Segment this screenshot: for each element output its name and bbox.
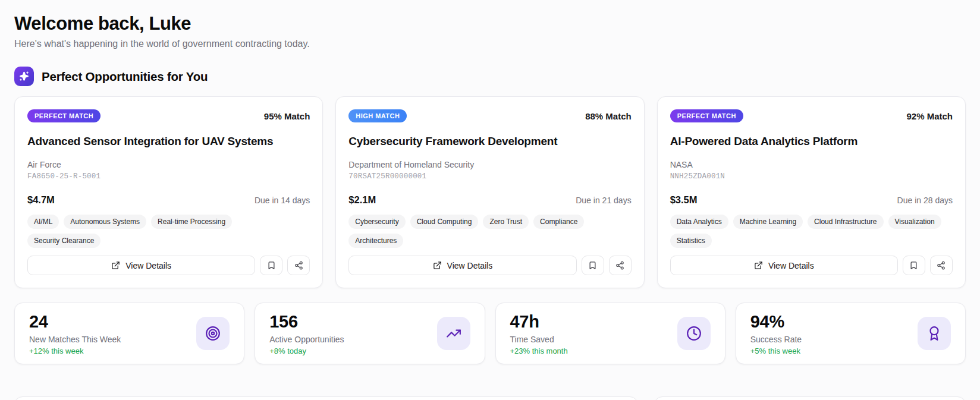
tag: Autonomous Systems: [64, 215, 146, 229]
stat-label: New Matches This Week: [29, 335, 121, 344]
stat-card-active-opportunities: 156 Active Opportunities +8% today: [255, 303, 485, 364]
award-icon: [918, 317, 951, 350]
tag: Security Clearance: [27, 234, 100, 248]
share-button[interactable]: [609, 256, 632, 275]
opportunity-card: PERFECT MATCH 92% Match AI-Powered Data …: [657, 96, 966, 288]
clock-icon: [677, 317, 711, 350]
match-percent: 88% Match: [585, 111, 632, 121]
sparkles-icon: [14, 67, 34, 86]
solicitation-number: 70RSAT25R00000001: [348, 172, 631, 181]
due-date: Due in 14 days: [255, 196, 310, 205]
stat-value: 156: [269, 312, 344, 332]
stat-label: Time Saved: [510, 335, 568, 344]
page-subtitle: Here's what's happening in the world of …: [14, 39, 966, 49]
share-button[interactable]: [930, 256, 953, 275]
bottom-section: Recommended for You: [14, 396, 966, 400]
share-icon: [294, 261, 303, 270]
contract-value: $4.7M: [27, 194, 55, 206]
tag: Compliance: [533, 215, 584, 229]
page-title: Welcome back, Luke: [14, 13, 966, 34]
match-percent: 95% Match: [264, 111, 310, 121]
bookmark-icon: [588, 261, 597, 270]
stat-value: 94%: [750, 312, 802, 332]
tag-list: Data Analytics Machine Learning Cloud In…: [670, 215, 953, 248]
view-details-button[interactable]: View Details: [27, 256, 255, 275]
stat-change: +12% this week: [29, 347, 121, 355]
match-badge: PERFECT MATCH: [27, 109, 100, 122]
share-icon: [937, 261, 946, 270]
match-percent: 92% Match: [906, 111, 953, 121]
bookmark-icon: [909, 261, 918, 270]
partial-section-title: Recommended for You: [655, 397, 965, 400]
section-title: Perfect Opportunities for You: [42, 70, 208, 84]
view-details-button[interactable]: View Details: [670, 256, 898, 275]
contract-value: $3.5M: [670, 194, 698, 206]
tag: Cybersecurity: [348, 215, 405, 229]
solicitation-number: FA8650-25-R-5001: [27, 172, 310, 181]
opportunities-section-header: Perfect Opportunities for You: [14, 67, 966, 86]
stat-label: Success Rate: [750, 335, 802, 344]
opportunity-title: Advanced Sensor Integration for UAV Syst…: [27, 135, 310, 148]
tag: Cloud Computing: [410, 215, 479, 229]
stat-label: Active Opportunities: [269, 335, 344, 344]
stats-row: 24 New Matches This Week +12% this week …: [14, 303, 966, 364]
opportunity-title: AI-Powered Data Analytics Platform: [670, 135, 953, 148]
tag-list: Cybersecurity Cloud Computing Zero Trust…: [348, 215, 631, 248]
opportunity-card: HIGH MATCH 88% Match Cybersecurity Frame…: [335, 96, 644, 288]
stat-card-new-matches: 24 New Matches This Week +12% this week: [14, 303, 244, 364]
agency-name: Air Force: [27, 160, 310, 169]
target-icon: [196, 317, 230, 350]
due-date: Due in 28 days: [897, 196, 953, 205]
match-badge: HIGH MATCH: [348, 109, 407, 122]
solicitation-number: NNH25ZDA001N: [670, 172, 953, 181]
view-details-button[interactable]: View Details: [348, 256, 576, 275]
bookmark-button[interactable]: [260, 256, 282, 275]
external-link-icon: [111, 261, 120, 270]
opportunity-card: PERFECT MATCH 95% Match Advanced Sensor …: [14, 96, 323, 288]
stat-card-time-saved: 47h Time Saved +23% this month: [495, 303, 725, 364]
stat-value: 24: [29, 312, 121, 332]
stat-card-success-rate: 94% Success Rate +5% this week: [736, 303, 966, 364]
dashboard-page: Welcome back, Luke Here's what's happeni…: [0, 0, 980, 400]
match-badge: PERFECT MATCH: [670, 109, 743, 122]
tag: Real-time Processing: [151, 215, 232, 229]
tag: Data Analytics: [670, 215, 728, 229]
share-button[interactable]: [287, 256, 310, 275]
tag: Machine Learning: [733, 215, 803, 229]
agency-name: Department of Homeland Security: [348, 160, 631, 169]
stat-change: +5% this week: [750, 347, 802, 355]
tag: AI/ML: [27, 215, 59, 229]
share-icon: [615, 261, 624, 270]
tag: Cloud Infrastructure: [808, 215, 883, 229]
tag: Visualization: [888, 215, 941, 229]
trending-up-icon: [437, 317, 470, 350]
bookmark-icon: [267, 261, 276, 270]
stat-change: +23% this month: [510, 347, 568, 355]
contract-value: $2.1M: [348, 194, 376, 206]
opportunity-title: Cybersecurity Framework Development: [348, 135, 631, 148]
stat-change: +8% today: [269, 347, 344, 355]
tag-list: AI/ML Autonomous Systems Real-time Proce…: [27, 215, 310, 248]
external-link-icon: [754, 261, 763, 270]
tag: Statistics: [670, 234, 712, 248]
stat-value: 47h: [510, 312, 568, 332]
bottom-left-card: [14, 396, 638, 400]
bookmark-button[interactable]: [903, 256, 925, 275]
bottom-right-card: Recommended for You: [654, 396, 966, 400]
bookmark-button[interactable]: [582, 256, 604, 275]
agency-name: NASA: [670, 160, 953, 169]
tag: Architectures: [348, 234, 403, 248]
opportunity-cards: PERFECT MATCH 95% Match Advanced Sensor …: [14, 96, 966, 288]
tag: Zero Trust: [483, 215, 529, 229]
external-link-icon: [433, 261, 442, 270]
due-date: Due in 21 days: [576, 196, 631, 205]
